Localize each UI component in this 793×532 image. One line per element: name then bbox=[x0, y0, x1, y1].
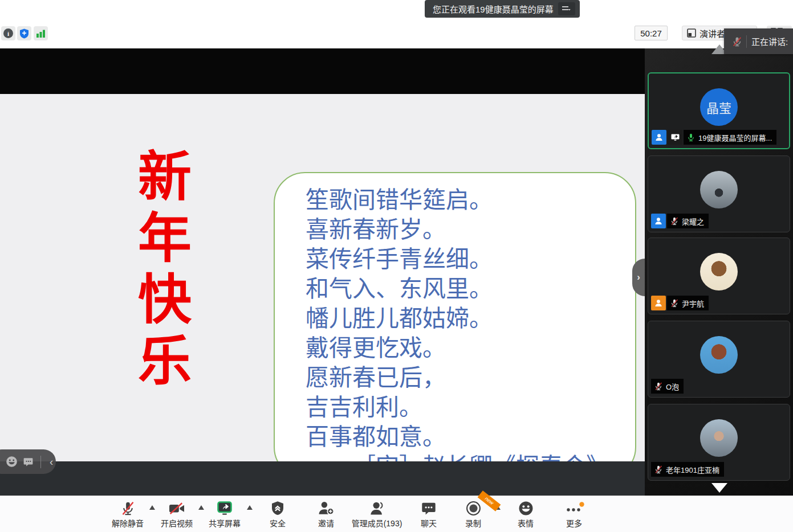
speaking-indicator: 正在讲话: bbox=[724, 28, 793, 54]
security-shield-button[interactable] bbox=[17, 26, 31, 40]
invite-person-icon bbox=[318, 501, 335, 516]
poem-line: 菜传纤手青丝细。 bbox=[306, 244, 635, 274]
reactions-button[interactable]: 表情 bbox=[518, 500, 534, 529]
divider bbox=[746, 35, 747, 48]
poem-line: 戴得更忔戏。 bbox=[306, 333, 635, 363]
security-button[interactable]: 安全 bbox=[270, 500, 286, 529]
shared-screen-region: 新年快乐 笙歌间错华筵启。 喜新春新岁。 菜传纤手青丝细。 和气入、东风里。 幡… bbox=[0, 48, 645, 496]
participant-name: 老年1901庄亚楠 bbox=[666, 464, 719, 475]
name-section: O泡 bbox=[651, 379, 684, 394]
participant-label-bar: O泡 bbox=[651, 379, 684, 394]
mic-on-icon bbox=[686, 132, 696, 142]
start-video-label: 开启视频 bbox=[161, 517, 193, 529]
share-bottom-band bbox=[0, 461, 645, 496]
participant-label-bar: 梁耀之 bbox=[651, 214, 709, 228]
banner-menu-icon[interactable] bbox=[558, 2, 575, 15]
view-button-label: 演讲者 bbox=[700, 27, 725, 39]
participant-tile[interactable]: 晶莹 bbox=[648, 72, 790, 149]
watching-banner[interactable]: 您正在观看19健康聂晶莹的屏幕 bbox=[425, 0, 580, 18]
poem-card: 笙歌间错华筵启。 喜新春新岁。 菜传纤手青丝细。 和气入、东风里。 幡儿胜儿都姑… bbox=[274, 172, 636, 461]
share-screen-button[interactable]: 共享屏幕 bbox=[209, 500, 241, 529]
avatar bbox=[700, 253, 738, 290]
poem-line: 百事都如意。 bbox=[306, 422, 635, 452]
avatar bbox=[700, 171, 738, 208]
reactions-label: 表情 bbox=[518, 517, 534, 529]
host-badge-icon bbox=[652, 130, 666, 145]
divider bbox=[40, 456, 41, 468]
name-section: 19健康聂晶莹的屏幕... bbox=[684, 130, 776, 145]
participant-name: 19健康聂晶莹的屏幕... bbox=[698, 132, 772, 143]
poem-line: 愿新春已后， bbox=[306, 363, 635, 392]
emoji-reaction-icon[interactable] bbox=[6, 456, 18, 468]
avatar bbox=[700, 419, 738, 457]
chat-icon bbox=[421, 501, 436, 516]
smiley-icon bbox=[518, 501, 534, 516]
bottom-toolbar: 解除静音 开启视频 共享屏幕 bbox=[0, 496, 793, 532]
avatar bbox=[700, 336, 738, 374]
poem-line: 幡儿胜儿都姑媂。 bbox=[306, 304, 635, 333]
security-label: 安全 bbox=[270, 517, 286, 529]
start-video-button[interactable]: 开启视频 bbox=[161, 500, 193, 529]
meeting-timer: 50:27 bbox=[635, 26, 668, 40]
scroll-down-arrow[interactable] bbox=[711, 483, 727, 493]
new-year-greeting: 新年快乐 bbox=[132, 148, 189, 394]
chevron-right-icon: › bbox=[637, 272, 640, 283]
record-label: 录制 bbox=[465, 517, 481, 529]
participant-label-bar: 19健康聂晶莹的屏幕... bbox=[652, 130, 776, 145]
participant-name: 梁耀之 bbox=[682, 216, 704, 227]
record-button[interactable]: 录制 bbox=[465, 500, 481, 529]
chat-button[interactable]: 聊天 bbox=[421, 500, 437, 529]
participant-name: 尹宇航 bbox=[682, 298, 704, 309]
muted-mic-icon bbox=[654, 464, 663, 474]
hand-raised-badge-icon bbox=[651, 296, 666, 310]
participant-name: O泡 bbox=[666, 381, 679, 392]
poem-line: 和气入、东风里。 bbox=[306, 274, 635, 304]
notification-dot bbox=[579, 502, 584, 506]
manage-members-label: 管理成员(193) bbox=[352, 517, 402, 529]
poem-line: 吉吉利利。 bbox=[306, 392, 635, 422]
share-screen-label: 共享屏幕 bbox=[209, 517, 241, 529]
unmute-label: 解除静音 bbox=[112, 517, 144, 529]
sidebar-collapse-handle[interactable]: › bbox=[632, 259, 645, 296]
participant-tile[interactable]: 老年1901庄亚楠 bbox=[648, 404, 790, 481]
participant-tile[interactable]: 梁耀之 bbox=[648, 155, 790, 232]
security-shield-icon bbox=[271, 501, 284, 516]
poem-line: 喜新春新岁。 bbox=[306, 215, 635, 244]
top-bar: i 您正在观看19健康聂晶莹的屏幕 bbox=[0, 0, 793, 48]
participants-sidebar: 晶莹 bbox=[645, 48, 793, 496]
share-screen-icon bbox=[216, 501, 233, 516]
meeting-info-button[interactable]: i bbox=[1, 26, 15, 40]
avatar: 晶莹 bbox=[700, 88, 738, 126]
muted-mic-icon bbox=[670, 298, 679, 308]
participant-tile[interactable]: 尹宇航 bbox=[648, 238, 790, 314]
meeting-window: i 您正在观看19健康聂晶莹的屏幕 bbox=[0, 0, 793, 532]
share-options-caret[interactable] bbox=[247, 505, 253, 510]
chat-label: 聊天 bbox=[421, 517, 437, 529]
shield-plus-icon bbox=[19, 28, 29, 39]
host-badge-icon bbox=[651, 214, 666, 228]
layout-view-icon bbox=[687, 28, 696, 38]
network-signal-button[interactable] bbox=[34, 26, 48, 40]
chat-bubble-icon[interactable] bbox=[23, 457, 34, 467]
poem-attribution: ——［宋］赵长卿《探春令》 bbox=[306, 452, 635, 461]
screen-share-badge-icon bbox=[668, 130, 682, 145]
muted-mic-icon bbox=[731, 35, 743, 48]
watching-banner-text: 您正在观看19健康聂晶莹的屏幕 bbox=[433, 3, 554, 15]
video-options-caret[interactable] bbox=[198, 505, 204, 510]
invite-button[interactable]: 邀请 bbox=[318, 500, 335, 529]
muted-mic-icon bbox=[670, 216, 679, 226]
more-label: 更多 bbox=[566, 517, 582, 529]
muted-mic-icon bbox=[654, 381, 663, 391]
unmute-button[interactable]: 解除静音 bbox=[112, 500, 144, 529]
more-dots-icon bbox=[564, 501, 584, 516]
name-section: 梁耀之 bbox=[667, 214, 709, 228]
manage-members-button[interactable]: 管理成员(193) bbox=[352, 500, 402, 529]
name-section: 尹宇航 bbox=[667, 296, 709, 310]
record-icon bbox=[466, 501, 481, 516]
name-section: 老年1901庄亚楠 bbox=[651, 462, 724, 477]
audio-options-caret[interactable] bbox=[149, 505, 155, 510]
collapse-pill-chevron-icon[interactable]: ‹ bbox=[50, 456, 53, 467]
participant-tile[interactable]: O泡 bbox=[648, 321, 790, 398]
participant-label-bar: 老年1901庄亚楠 bbox=[651, 462, 724, 477]
more-button[interactable]: 更多 bbox=[564, 500, 584, 529]
